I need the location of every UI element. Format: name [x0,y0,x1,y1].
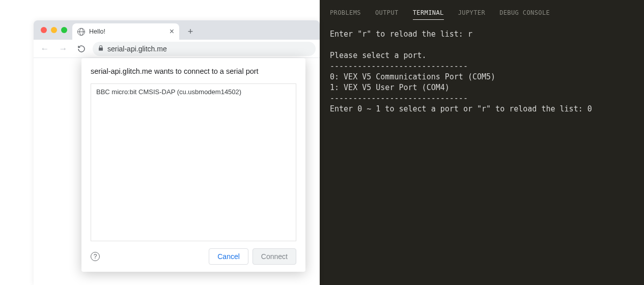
terminal-line: Enter 0 ~ 1 to select a port or "r" to r… [330,104,592,113]
back-button[interactable]: ← [38,42,52,56]
help-icon[interactable]: ? [91,252,100,261]
globe-icon [77,28,85,36]
browser-toolbar: ← → serial-api.glitch.me [34,40,320,58]
tab-terminal[interactable]: TERMINAL [413,9,444,20]
cancel-button[interactable]: Cancel [209,248,248,265]
minimize-window-icon[interactable] [51,27,57,33]
terminal-line: 0: VEX V5 Communications Port (COM5) [330,72,495,81]
address-bar[interactable]: serial-api.glitch.me [93,42,316,56]
url-text: serial-api.glitch.me [107,45,167,53]
terminal-line: Enter "r" to reload the list: r [330,30,472,39]
tab-debug-console[interactable]: DEBUG CONSOLE [499,9,550,20]
connect-button[interactable]: Connect [253,248,296,265]
left-pane: Hello! × + ← → serial-api.glitch.me [0,0,320,285]
panel-tabs: PROBLEMS OUTPUT TERMINAL JUPYTER DEBUG C… [320,0,644,25]
dialog-title: serial-api.glitch.me wants to connect to… [91,67,296,75]
serial-port-list[interactable]: BBC micro:bit CMSIS-DAP (cu.usbmodem1450… [91,83,296,241]
browser-tab[interactable]: Hello! × [72,23,179,40]
tab-strip: Hello! × + [34,20,320,40]
tab-problems[interactable]: PROBLEMS [330,9,361,20]
close-tab-icon[interactable]: × [170,27,174,36]
new-tab-button[interactable]: + [183,24,198,39]
forward-button[interactable]: → [56,42,70,56]
reload-button[interactable] [74,42,89,56]
window-controls [39,20,72,40]
maximize-window-icon[interactable] [61,27,67,33]
tab-title: Hello! [89,28,105,35]
close-window-icon[interactable] [41,27,47,33]
reload-icon [77,45,86,53]
terminal-line: Please select a port. [330,51,427,60]
serial-port-dialog: serial-api.glitch.me wants to connect to… [81,58,305,272]
editor-panel: PROBLEMS OUTPUT TERMINAL JUPYTER DEBUG C… [320,0,644,285]
terminal-line: ------------------------------ [330,94,468,103]
lock-icon [98,45,104,53]
tab-jupyter[interactable]: JUPYTER [458,9,485,20]
terminal-line: ------------------------------ [330,62,468,71]
serial-port-option[interactable]: BBC micro:bit CMSIS-DAP (cu.usbmodem1450… [96,88,291,96]
terminal-line: 1: VEX V5 User Port (COM4) [330,83,450,92]
tab-output[interactable]: OUTPUT [375,9,399,20]
browser-window: Hello! × + ← → serial-api.glitch.me [34,20,320,285]
dialog-footer: ? Cancel Connect [91,248,296,265]
terminal-output[interactable]: Enter "r" to reload the list: r Please s… [320,25,644,119]
